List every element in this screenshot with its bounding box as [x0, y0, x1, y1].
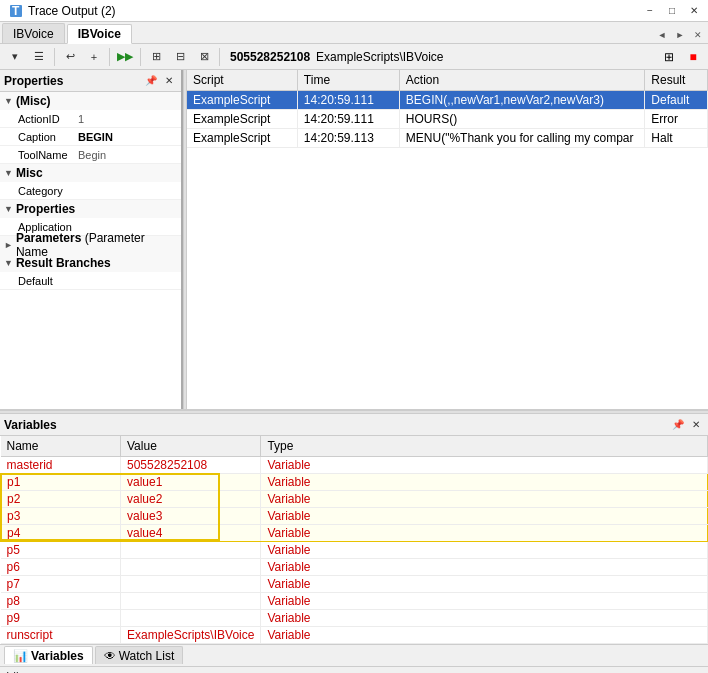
section-result-branches-label: Result Branches — [16, 256, 111, 270]
trace-cell-action: MENU("%Thank you for calling my compar — [399, 128, 645, 147]
prop-actionid: ActionID 1 — [0, 110, 181, 128]
section-result-branches-arrow: ▼ — [4, 258, 13, 268]
toolbar-stop-btn[interactable]: ■ — [682, 46, 704, 68]
toolbar-layout-btn[interactable]: ⊞ — [658, 46, 680, 68]
var-value: 505528252108 — [121, 456, 261, 473]
close-button[interactable]: ✕ — [684, 3, 704, 19]
section-misc-arrow: ▼ — [4, 96, 13, 106]
section-misc2-header[interactable]: ▼ Misc — [0, 164, 181, 182]
variable-row: masterid505528252108Variable — [1, 456, 708, 473]
section-misc2-label: Misc — [16, 166, 43, 180]
trace-row[interactable]: ExampleScript 14:20:59.111 BEGIN(,,newVa… — [187, 90, 708, 109]
prop-category: Category — [0, 182, 181, 200]
tab-ibvoice2[interactable]: IBVoice — [67, 24, 132, 44]
app-icon: T — [8, 3, 24, 19]
tab-variables[interactable]: 📊 Variables — [4, 646, 93, 664]
section-misc: ▼ (Misc) ActionID 1 Caption BEGIN ToolNa… — [0, 92, 181, 164]
trace-cell-result: Default — [645, 90, 708, 109]
var-name: p8 — [1, 592, 121, 609]
toolbar-session-id: 505528252108 — [230, 50, 310, 64]
var-value — [121, 558, 261, 575]
section-misc2-arrow: ▼ — [4, 168, 13, 178]
tab-nav-right[interactable]: ► — [672, 27, 688, 43]
toolbar-dropdown-btn[interactable]: ▾ — [4, 46, 26, 68]
trace-cell-script: ExampleScript — [187, 128, 297, 147]
col-action: Action — [399, 70, 645, 90]
prop-caption-value: BEGIN — [78, 131, 113, 143]
toolbar-grid3-btn[interactable]: ⊠ — [193, 46, 215, 68]
properties-pin-btn[interactable]: 📌 — [143, 73, 159, 89]
var-type: Variable — [261, 541, 708, 558]
trace-panel: Script Time Action Result ExampleScript … — [187, 70, 708, 409]
variable-row: p5Variable — [1, 541, 708, 558]
section-parameters: ► Parameters (Parameter Name — [0, 236, 181, 254]
vcol-value: Value — [121, 436, 261, 456]
var-name: p3 — [1, 507, 121, 524]
trace-cell-time: 14:20:59.111 — [297, 90, 399, 109]
col-time: Time — [297, 70, 399, 90]
properties-panel: Properties 📌 ✕ ▼ (Misc) ActionID 1 Capti… — [0, 70, 183, 409]
variables-close-btn[interactable]: ✕ — [688, 417, 704, 433]
var-type: Variable — [261, 473, 708, 490]
tab-ibvoice1[interactable]: IBVoice — [2, 23, 65, 43]
prop-default-name: Default — [18, 275, 78, 287]
section-result-branches: ▼ Result Branches Default — [0, 254, 181, 290]
title-bar-text: Trace Output (2) — [28, 4, 116, 18]
toolbar-run-btn[interactable]: ▶▶ — [114, 46, 136, 68]
var-value: ExampleScripts\IBVoice — [121, 626, 261, 643]
variables-pin-btn[interactable]: 📌 — [670, 417, 686, 433]
var-value: value1 — [121, 473, 261, 490]
trace-row[interactable]: ExampleScript 14:20:59.111 HOURS() Error — [187, 109, 708, 128]
var-type: Variable — [261, 558, 708, 575]
watchlist-tab-label: Watch List — [119, 649, 175, 663]
section-properties-label: Properties — [16, 202, 75, 216]
prop-caption: Caption BEGIN — [0, 128, 181, 146]
var-type: Variable — [261, 507, 708, 524]
var-value: value3 — [121, 507, 261, 524]
variables-table-wrapper[interactable]: Name Value Type masterid505528252108Vari… — [0, 436, 708, 644]
variables-table: Name Value Type masterid505528252108Vari… — [0, 436, 708, 644]
variable-row: p6Variable — [1, 558, 708, 575]
var-value — [121, 609, 261, 626]
toolbar-back-btn[interactable]: ↩ — [59, 46, 81, 68]
trace-row[interactable]: ExampleScript 14:20:59.113 MENU("%Thank … — [187, 128, 708, 147]
col-result: Result — [645, 70, 708, 90]
minimize-button[interactable]: − — [640, 3, 660, 19]
variable-row: p9Variable — [1, 609, 708, 626]
tab-nav-close[interactable]: ✕ — [690, 27, 706, 43]
var-value: value2 — [121, 490, 261, 507]
vcol-name: Name — [1, 436, 121, 456]
tab-watchlist[interactable]: 👁 Watch List — [95, 646, 184, 664]
properties-close-btn[interactable]: ✕ — [161, 73, 177, 89]
toolbar-add-btn[interactable]: + — [83, 46, 105, 68]
toolbar-sep3 — [140, 48, 141, 66]
variables-title: Variables — [4, 418, 57, 432]
toolbar-grid2-btn[interactable]: ⊟ — [169, 46, 191, 68]
var-type: Variable — [261, 609, 708, 626]
col-script: Script — [187, 70, 297, 90]
variable-row: p8Variable — [1, 592, 708, 609]
trace-table-wrapper[interactable]: Script Time Action Result ExampleScript … — [187, 70, 708, 409]
properties-tree: ▼ (Misc) ActionID 1 Caption BEGIN ToolNa… — [0, 92, 181, 409]
toolbar: ▾ ☰ ↩ + ▶▶ ⊞ ⊟ ⊠ 505528252108 ExampleScr… — [0, 44, 708, 70]
properties-panel-header: Properties 📌 ✕ — [0, 70, 181, 92]
var-value: value4 — [121, 524, 261, 541]
variables-tab-icon: 📊 — [13, 649, 28, 663]
section-properties-header[interactable]: ▼ Properties — [0, 200, 181, 218]
toolbar-path: ExampleScripts\IBVoice — [316, 50, 443, 64]
prop-toolname: ToolName Begin — [0, 146, 181, 164]
toolbar-toggle-btn[interactable]: ☰ — [28, 46, 50, 68]
tab-nav-left[interactable]: ◄ — [654, 27, 670, 43]
variables-panel: Variables 📌 ✕ Name Value Type masterid50… — [0, 414, 708, 644]
maximize-button[interactable]: □ — [662, 3, 682, 19]
section-parameters-header[interactable]: ► Parameters (Parameter Name — [0, 236, 181, 254]
variable-row: p3value3Variable — [1, 507, 708, 524]
section-misc-header[interactable]: ▼ (Misc) — [0, 92, 181, 110]
bottom-tabs: 📊 Variables 👁 Watch List — [0, 644, 708, 666]
prop-actionid-value: 1 — [78, 113, 84, 125]
title-bar: T Trace Output (2) − □ ✕ — [0, 0, 708, 22]
prop-caption-name: Caption — [18, 131, 78, 143]
toolbar-grid1-btn[interactable]: ⊞ — [145, 46, 167, 68]
svg-text:T: T — [12, 4, 20, 18]
section-misc-label: (Misc) — [16, 94, 51, 108]
